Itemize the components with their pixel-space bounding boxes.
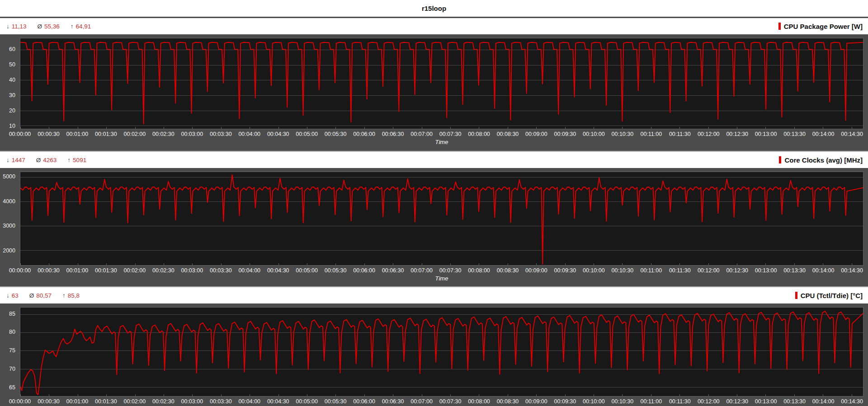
x-axis-tick-label: 00:02:30 [152,131,175,137]
stat-max: ↑ 64,91 [71,23,91,30]
y-axis-tick-label: 80 [9,329,15,335]
x-axis-tick-label: 00:02:30 [152,398,175,405]
chart-info-row: ↓ 1447 Ø 4263 ↑ 5091 Core Clocks (avg) [… [0,152,868,168]
x-axis-tick-label: 00:07:30 [439,267,462,274]
stat-min-value: 1447 [12,157,25,163]
x-axis-tick-label: 00:01:30 [95,398,117,405]
x-axis-tick-label: 00:13:30 [783,267,806,274]
x-axis-tick-label: 00:04:30 [267,267,289,274]
x-axis-tick-label: 00:06:00 [353,267,375,274]
x-axis-tick-label: 00:12:00 [698,267,720,274]
x-axis-tick-label: 00:00:30 [38,131,60,137]
plot-canvas[interactable] [20,38,863,129]
x-axis-tick-label: 00:13:00 [755,267,777,274]
y-axis-tick-label: 75 [9,347,15,354]
y-axis-tick-label: 10 [9,123,15,129]
x-axis-tick-label: 00:13:30 [783,398,806,405]
x-axis-tick-label: 00:06:30 [382,267,404,274]
x-axis-tick-label: 00:11:00 [640,267,662,274]
x-axis-tick-label: 00:04:00 [238,398,260,405]
y-axis-tick-label: 2000 [3,247,15,254]
x-axis-tick-label: 00:08:30 [497,267,519,274]
average-icon: Ø [36,157,41,163]
y-axis-labels: 102030405060 [0,38,18,129]
stat-min: ↓ 63 [6,292,19,299]
x-axis-labels: 00:00:0000:00:3000:01:0000:01:3000:02:00… [20,397,863,406]
stat-avg: Ø 80,57 [29,292,52,299]
series-legend: CPU Package Power [W] [778,23,863,30]
x-axis-tick-label: 00:14:00 [812,267,835,274]
stat-avg-value: 4263 [43,157,57,163]
legend-color-marker [779,156,781,163]
stat-min: ↓ 1447 [6,157,25,163]
stat-avg-value: 55,36 [44,23,60,30]
y-axis-tick-label: 40 [9,77,15,83]
y-axis-tick-label: 85 [9,311,15,317]
x-axis-tick-label: 00:14:30 [841,267,863,274]
average-icon: Ø [38,23,42,30]
y-axis-tick-label: 60 [9,46,15,52]
stat-min: ↓ 11,13 [6,23,27,30]
x-axis-tick-label: 00:03:00 [181,267,203,274]
y-axis-tick-label: 4000 [3,198,15,205]
y-axis-labels: 2000300040005000 [0,172,18,266]
x-axis-tick-label: 00:05:00 [296,267,318,274]
legend-label: Core Clocks (avg) [MHz] [784,156,863,164]
y-axis-tick-label: 30 [9,92,15,98]
x-axis-tick-label: 00:10:30 [612,398,634,405]
x-axis-tick-label: 00:09:30 [554,398,576,405]
stat-max: ↑ 5091 [67,157,86,163]
stat-min-value: 63 [12,292,19,299]
legend-color-marker [795,292,797,299]
max-arrow-icon: ↑ [62,292,66,299]
x-axis-labels: 00:00:0000:00:3000:01:0000:01:3000:02:00… [20,266,863,275]
y-axis-tick-label: 3000 [3,223,15,229]
x-axis-tick-label: 00:00:30 [38,398,60,405]
chart-section-cpu-temperature: ↓ 63 Ø 80,57 ↑ 85,8 CPU (Tctl/Tdie) [°C]… [0,287,868,406]
stat-max-value: 64,91 [76,23,91,30]
x-axis-tick-label: 00:10:00 [583,398,605,405]
x-axis-tick-label: 00:11:30 [669,398,691,405]
chart-stats: ↓ 1447 Ø 4263 ↑ 5091 [6,157,97,163]
legend-label: CPU (Tctl/Tdie) [°C] [801,292,863,299]
x-axis-tick-label: 00:05:30 [325,267,347,274]
x-axis-tick-label: 00:12:30 [726,267,748,274]
chart-section-core-clocks: ↓ 1447 Ø 4263 ↑ 5091 Core Clocks (avg) [… [0,152,868,287]
chart-stats: ↓ 63 Ø 80,57 ↑ 85,8 [6,292,90,299]
y-axis-tick-label: 20 [9,107,15,114]
stat-avg: Ø 4263 [36,157,57,163]
x-axis-tick-label: 00:00:00 [9,267,31,274]
plot-canvas[interactable] [20,172,863,265]
plot-canvas[interactable] [20,308,863,396]
plot-area [20,172,863,266]
stat-max-value: 85,8 [68,292,80,299]
y-axis-tick-label: 70 [9,366,15,372]
x-axis-tick-label: 00:04:30 [267,131,289,137]
x-axis-tick-label: 00:01:00 [66,267,89,274]
x-axis-tick-label: 00:00:30 [38,267,60,274]
x-axis-tick-label: 00:03:00 [181,131,203,137]
x-axis-tick-label: 00:02:00 [124,398,146,405]
x-axis-tick-label: 00:12:00 [698,131,720,137]
plot-area [20,307,863,397]
chart-panel: 102030405060 00:00:0000:00:3000:01:0000:… [0,34,868,152]
x-axis-tick-label: 00:01:00 [66,398,89,405]
x-axis-tick-label: 00:13:00 [755,398,777,405]
x-axis-tick-label: 00:14:00 [812,398,835,405]
x-axis-tick-label: 00:04:00 [238,131,260,137]
stat-max-value: 5091 [73,157,86,163]
stat-min-value: 11,13 [12,23,27,30]
stat-avg-value: 80,57 [36,292,52,299]
x-axis-tick-label: 00:03:30 [210,131,232,137]
x-axis-tick-label: 00:03:30 [210,398,232,405]
x-axis-tick-label: 00:08:00 [468,131,490,137]
x-axis-title: Time [20,275,863,284]
x-axis-tick-label: 00:04:30 [267,398,289,405]
x-axis-tick-label: 00:03:00 [181,398,203,405]
x-axis-tick-label: 00:05:00 [296,131,318,137]
x-axis-tick-label: 00:05:30 [325,398,347,405]
x-axis-tick-label: 00:09:30 [554,131,576,137]
x-axis-tick-label: 00:02:00 [124,267,146,274]
x-axis-tick-label: 00:09:00 [525,267,547,274]
x-axis-tick-label: 00:13:30 [783,131,806,137]
